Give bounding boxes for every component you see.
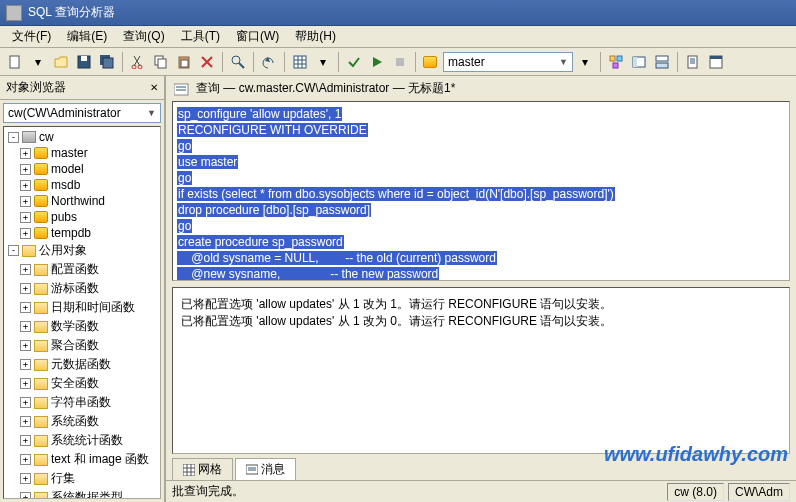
db-icon bbox=[420, 51, 442, 73]
cut-button[interactable] bbox=[127, 51, 149, 73]
tab-messages[interactable]: 消息 bbox=[235, 458, 296, 480]
tree-folder-node[interactable]: +游标函数 bbox=[6, 279, 158, 298]
folder-icon bbox=[34, 340, 48, 352]
expand-icon[interactable]: + bbox=[20, 359, 31, 370]
server-select[interactable]: cw(CW\Administrator ▼ bbox=[3, 103, 161, 123]
menu-tools[interactable]: 工具(T) bbox=[173, 26, 228, 47]
svg-rect-2 bbox=[81, 56, 87, 61]
tree-database-node[interactable]: +pubs bbox=[6, 209, 158, 225]
tree-database-node[interactable]: +msdb bbox=[6, 177, 158, 193]
database-select[interactable]: master ▼ bbox=[443, 52, 573, 72]
expand-icon[interactable]: + bbox=[20, 228, 31, 239]
expand-icon[interactable]: + bbox=[20, 473, 31, 484]
separator bbox=[415, 52, 416, 72]
svg-rect-8 bbox=[158, 59, 166, 68]
expand-icon[interactable]: + bbox=[20, 378, 31, 389]
tree-folder-node[interactable]: +字符串函数 bbox=[6, 393, 158, 412]
svg-rect-0 bbox=[10, 56, 19, 68]
menu-help[interactable]: 帮助(H) bbox=[287, 26, 344, 47]
window-button[interactable] bbox=[705, 51, 727, 73]
tree-folder-node[interactable]: +数学函数 bbox=[6, 317, 158, 336]
folder-icon bbox=[34, 473, 48, 485]
close-icon[interactable]: ✕ bbox=[150, 82, 158, 93]
tree-label: 系统统计函数 bbox=[51, 432, 123, 449]
svg-rect-4 bbox=[103, 58, 113, 68]
expand-icon[interactable]: + bbox=[20, 416, 31, 427]
parse-button[interactable] bbox=[343, 51, 365, 73]
find-button[interactable] bbox=[227, 51, 249, 73]
tree-folder-node[interactable]: +系统统计函数 bbox=[6, 431, 158, 450]
dropdown-icon[interactable]: ▾ bbox=[574, 51, 596, 73]
folder-icon bbox=[34, 397, 48, 409]
tree-folder-node[interactable]: +元数据函数 bbox=[6, 355, 158, 374]
tree-folder-node[interactable]: +系统数据类型 bbox=[6, 488, 158, 499]
results-mode-button[interactable] bbox=[289, 51, 311, 73]
expand-icon[interactable]: + bbox=[20, 435, 31, 446]
expand-icon[interactable]: + bbox=[20, 180, 31, 191]
tree-database-node[interactable]: +tempdb bbox=[6, 225, 158, 241]
expand-icon[interactable]: + bbox=[20, 196, 31, 207]
svg-rect-12 bbox=[294, 56, 306, 68]
expand-icon[interactable]: + bbox=[20, 340, 31, 351]
menu-edit[interactable]: 编辑(E) bbox=[59, 26, 115, 47]
save-all-button[interactable] bbox=[96, 51, 118, 73]
expand-icon[interactable]: + bbox=[20, 164, 31, 175]
expand-icon[interactable]: + bbox=[20, 148, 31, 159]
expand-icon[interactable]: + bbox=[20, 302, 31, 313]
tree-database-node[interactable]: +Northwind bbox=[6, 193, 158, 209]
new-button[interactable] bbox=[4, 51, 26, 73]
sql-editor[interactable]: sp_configure 'allow updates', 1RECONFIGU… bbox=[172, 101, 790, 281]
tab-grid[interactable]: 网格 bbox=[172, 458, 233, 480]
paste-button[interactable] bbox=[173, 51, 195, 73]
tree-server-node[interactable]: - cw bbox=[6, 129, 158, 145]
estimated-plan-button[interactable] bbox=[605, 51, 627, 73]
collapse-icon[interactable]: - bbox=[8, 132, 19, 143]
expand-icon[interactable]: + bbox=[20, 321, 31, 332]
tree-folder-node[interactable]: +安全函数 bbox=[6, 374, 158, 393]
delete-button[interactable] bbox=[196, 51, 218, 73]
tree-label: tempdb bbox=[51, 226, 91, 240]
tree-label: Northwind bbox=[51, 194, 105, 208]
expand-icon[interactable]: + bbox=[20, 264, 31, 275]
expand-icon[interactable]: + bbox=[20, 283, 31, 294]
tree-label: 字符串函数 bbox=[51, 394, 111, 411]
menu-file[interactable]: 文件(F) bbox=[4, 26, 59, 47]
tree-folder-node[interactable]: +聚合函数 bbox=[6, 336, 158, 355]
dropdown-icon[interactable]: ▾ bbox=[27, 51, 49, 73]
results-pane[interactable]: 已将配置选项 'allow updates' 从 1 改为 1。请运行 RECO… bbox=[172, 287, 790, 454]
undo-button[interactable] bbox=[258, 51, 280, 73]
object-tree[interactable]: - cw +master+model+msdb+Northwind+pubs+t… bbox=[3, 126, 161, 499]
folder-icon bbox=[34, 321, 48, 333]
separator bbox=[600, 52, 601, 72]
expand-icon[interactable]: - bbox=[8, 245, 19, 256]
expand-icon[interactable]: + bbox=[20, 454, 31, 465]
save-button[interactable] bbox=[73, 51, 95, 73]
tree-folder-node[interactable]: -公用对象 bbox=[6, 241, 158, 260]
main-area: 对象浏览器 ✕ cw(CW\Administrator ▼ - cw +mast… bbox=[0, 76, 796, 502]
execute-button[interactable] bbox=[366, 51, 388, 73]
expand-icon[interactable]: + bbox=[20, 212, 31, 223]
expand-icon[interactable]: + bbox=[20, 492, 31, 499]
expand-icon[interactable]: + bbox=[20, 397, 31, 408]
status-bar: 批查询完成。 cw (8.0) CW\Adm bbox=[166, 480, 796, 502]
tree-folder-node[interactable]: +行集 bbox=[6, 469, 158, 488]
object-browser-button[interactable] bbox=[628, 51, 650, 73]
tree-database-node[interactable]: +model bbox=[6, 161, 158, 177]
tree-database-node[interactable]: +master bbox=[6, 145, 158, 161]
templates-button[interactable] bbox=[682, 51, 704, 73]
stop-button[interactable] bbox=[389, 51, 411, 73]
tree-folder-node[interactable]: +系统函数 bbox=[6, 412, 158, 431]
result-tabs: 网格 消息 bbox=[172, 458, 790, 480]
open-button[interactable] bbox=[50, 51, 72, 73]
tree-folder-node[interactable]: +配置函数 bbox=[6, 260, 158, 279]
copy-button[interactable] bbox=[150, 51, 172, 73]
show-results-button[interactable] bbox=[651, 51, 673, 73]
tree-folder-node[interactable]: +日期和时间函数 bbox=[6, 298, 158, 317]
dropdown-icon[interactable]: ▾ bbox=[312, 51, 334, 73]
separator bbox=[338, 52, 339, 72]
menu-window[interactable]: 窗口(W) bbox=[228, 26, 287, 47]
svg-rect-18 bbox=[633, 57, 637, 67]
tree-folder-node[interactable]: +text 和 image 函数 bbox=[6, 450, 158, 469]
svg-rect-25 bbox=[183, 464, 195, 476]
menu-query[interactable]: 查询(Q) bbox=[115, 26, 172, 47]
